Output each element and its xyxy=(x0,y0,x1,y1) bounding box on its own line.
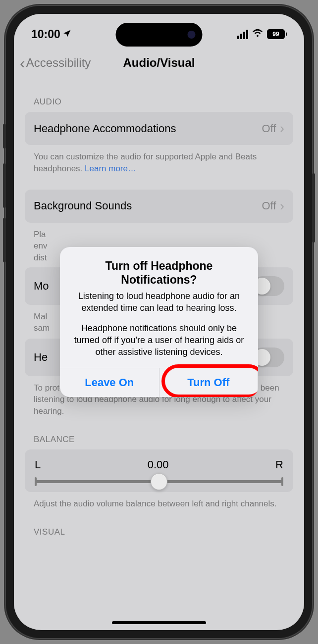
turn-off-button[interactable]: Turn Off xyxy=(159,368,259,397)
alert-message: Headphone notifications should only be t… xyxy=(70,322,248,358)
alert-message: Listening to loud headphone audio for an… xyxy=(70,290,248,314)
volume-down-button xyxy=(3,218,6,262)
dynamic-island xyxy=(116,23,203,47)
front-camera xyxy=(188,31,196,39)
leave-on-button[interactable]: Leave On xyxy=(60,368,159,397)
power-button xyxy=(312,173,315,243)
side-button xyxy=(3,124,6,149)
screen: 10:00 99 ‹ Accessibility A xyxy=(14,14,304,630)
alert-dialog: Turn off Headphone Notifications? Listen… xyxy=(60,247,258,397)
alert-title: Turn off Headphone Notifications? xyxy=(70,259,248,288)
phone-frame: 10:00 99 ‹ Accessibility A xyxy=(5,5,313,639)
alert-backdrop: Turn off Headphone Notifications? Listen… xyxy=(14,14,304,630)
volume-up-button xyxy=(3,163,6,208)
home-indicator[interactable] xyxy=(112,621,206,624)
